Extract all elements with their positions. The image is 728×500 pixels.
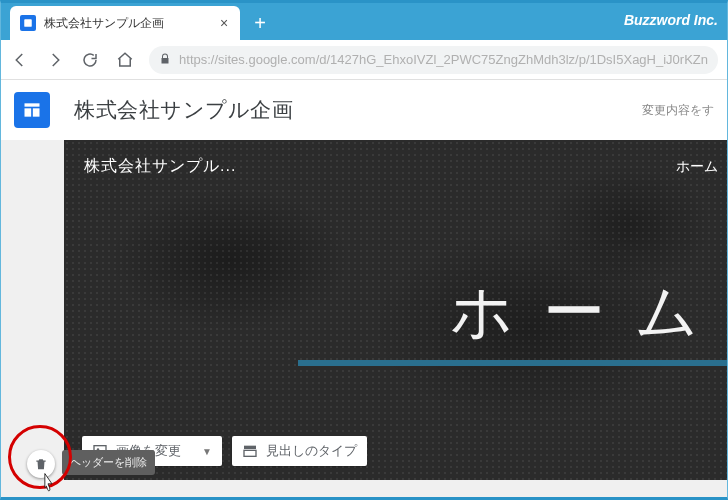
tab-title: 株式会社サンプル企画 xyxy=(44,15,216,32)
browser-toolbar: https://sites.google.com/d/1427hG_EhxoIV… xyxy=(0,40,728,80)
chevron-down-icon[interactable]: ▼ xyxy=(202,446,212,457)
page-header-block[interactable]: 株式会社サンプル... ホーム ホーム 画像を変更 ▼ 見出しのタイプ xyxy=(64,140,728,480)
heading-type-button[interactable]: 見出しのタイプ xyxy=(232,436,367,466)
tab-favicon xyxy=(20,15,36,31)
site-title-input[interactable]: 株式会社サンプル企画 xyxy=(74,96,642,124)
header-nav-home[interactable]: ホーム xyxy=(676,158,718,176)
header-site-name[interactable]: 株式会社サンプル... xyxy=(84,156,236,177)
pointer-cursor-icon xyxy=(38,472,58,498)
svg-rect-2 xyxy=(25,108,32,116)
page-title-box[interactable]: ホーム xyxy=(298,270,728,366)
forward-button[interactable] xyxy=(45,49,66,71)
home-button[interactable] xyxy=(114,49,135,71)
app-header: 株式会社サンプル企画 変更内容をす xyxy=(0,80,728,140)
header-nav: 株式会社サンプル... ホーム xyxy=(84,156,718,177)
heading-type-label: 見出しのタイプ xyxy=(266,442,357,460)
brand-label: Buzzword Inc. xyxy=(624,12,728,28)
svg-rect-0 xyxy=(24,19,32,27)
svg-rect-6 xyxy=(244,446,256,449)
trash-icon xyxy=(34,457,48,471)
svg-rect-1 xyxy=(25,103,40,106)
lock-icon xyxy=(159,51,171,69)
page-title-text[interactable]: ホーム xyxy=(450,270,728,354)
reload-button[interactable] xyxy=(80,49,101,71)
page-title-underline xyxy=(298,360,728,366)
layout-icon xyxy=(242,443,258,459)
browser-tab-strip: 株式会社サンプル企画 × + Buzzword Inc. xyxy=(0,0,728,40)
save-status: 変更内容をす xyxy=(642,102,714,119)
back-button[interactable] xyxy=(10,49,31,71)
editor-canvas: 株式会社サンプル... ホーム ホーム 画像を変更 ▼ 見出しのタイプ xyxy=(0,140,728,500)
tab-close-button[interactable]: × xyxy=(216,15,232,31)
address-bar[interactable]: https://sites.google.com/d/1427hG_EhxoIV… xyxy=(149,46,718,74)
url-text: https://sites.google.com/d/1427hG_EhxoIV… xyxy=(179,52,708,67)
svg-rect-3 xyxy=(33,108,40,116)
sites-app-icon[interactable] xyxy=(14,92,50,128)
svg-rect-7 xyxy=(244,450,256,456)
delete-header-tooltip: ヘッダーを削除 xyxy=(62,450,155,475)
new-tab-button[interactable]: + xyxy=(246,9,274,37)
browser-tab[interactable]: 株式会社サンプル企画 × xyxy=(10,6,240,40)
